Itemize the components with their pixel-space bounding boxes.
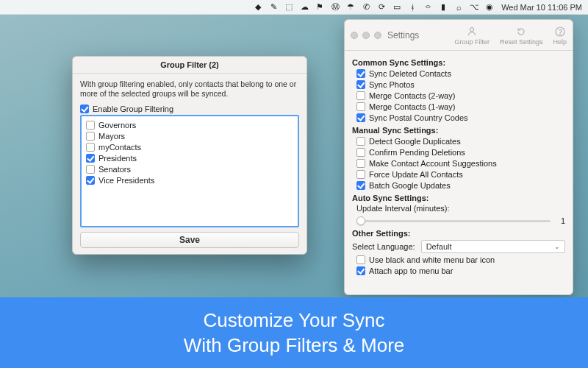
checkbox-icon[interactable] <box>356 266 365 275</box>
settings-window: Settings Group Filter Reset Settings Hel… <box>344 19 573 295</box>
checkbox-label: Presidents <box>98 153 137 163</box>
wifi-icon[interactable]: ⌔ <box>423 3 432 12</box>
checkbox-icon[interactable] <box>356 159 365 168</box>
menubar-datetime[interactable]: Wed Mar 10 11:06 PM <box>501 3 582 12</box>
setting-sync-postal-codes[interactable]: Sync Postal Country Codes <box>356 113 565 123</box>
svg-point-0 <box>470 27 474 31</box>
malware-icon[interactable]: Ⓜ <box>331 3 340 12</box>
checkbox-icon[interactable] <box>356 102 365 111</box>
group-governors[interactable]: Governors <box>86 120 293 130</box>
zoom-button[interactable] <box>374 32 381 39</box>
banner-line2: With Group Filters & More <box>184 333 405 358</box>
language-select[interactable]: Default ⌄ <box>421 240 565 253</box>
setting-sync-deleted-contacts[interactable]: Sync Deleted Contacts <box>356 68 565 79</box>
checkbox-label: Use black and white menu bar icon <box>369 255 495 265</box>
setting-force-update-all[interactable]: Force Update All Contacts <box>356 169 565 180</box>
toolbar: Group Filter Reset Settings Help <box>454 25 567 46</box>
help-icon <box>553 25 567 38</box>
setting-merge-contacts-2way[interactable]: Merge Contacts (2-way) <box>356 91 565 101</box>
group-senators[interactable]: Senators <box>86 164 293 174</box>
chevron-down-icon: ⌄ <box>554 243 560 250</box>
slider-thumb[interactable] <box>356 216 365 225</box>
checkbox-icon[interactable] <box>86 154 95 163</box>
evernote-icon[interactable]: ✎ <box>269 3 278 12</box>
checkbox-icon[interactable] <box>356 255 365 264</box>
close-button[interactable] <box>351 32 358 39</box>
display-icon[interactable]: ▭ <box>392 3 401 12</box>
adobe-icon[interactable]: ◆ <box>254 3 262 12</box>
siri-icon[interactable]: ◉ <box>485 3 494 12</box>
checkbox-icon[interactable] <box>86 132 95 141</box>
save-button-label: Save <box>179 235 200 245</box>
toolbar-label: Help <box>553 38 567 46</box>
group-mayors[interactable]: Mayors <box>86 131 293 141</box>
minimize-button[interactable] <box>362 32 370 39</box>
group-vice-presidents[interactable]: Vice Presidents <box>86 175 293 185</box>
interval-label: Update Interval (minutes): <box>356 204 565 213</box>
toolbar-group-filter[interactable]: Group Filter <box>454 25 490 46</box>
group-presidents[interactable]: Presidents <box>86 153 293 163</box>
setting-bw-menubar-icon[interactable]: Use black and white menu bar icon <box>356 255 565 265</box>
control-center-icon[interactable]: ⌥ <box>470 3 478 12</box>
sync-icon[interactable]: ⟳ <box>377 3 386 12</box>
checkbox-label: Sync Postal Country Codes <box>369 113 468 123</box>
checkbox-label: Vice Presidents <box>98 175 154 185</box>
checkbox-icon[interactable] <box>356 137 365 146</box>
interval-slider[interactable] <box>356 216 551 226</box>
checkbox-icon[interactable] <box>86 143 95 152</box>
language-select-value: Default <box>426 242 452 251</box>
menubar-icons: ◆ ✎ ⬚ ☁ ⚑ Ⓜ ☂ ✆ ⟳ ▭ ᚼ ⌔ ▮ ⌕ ⌥ ◉ <box>254 3 494 12</box>
save-button[interactable]: Save <box>80 232 299 248</box>
checkbox-label: myContacts <box>98 142 141 152</box>
group-mycontacts[interactable]: myContacts <box>86 142 293 152</box>
setting-batch-google-updates[interactable]: Batch Google Updates <box>356 180 565 191</box>
checkbox-label: Enable Group Filtering <box>93 104 173 114</box>
group-list[interactable]: Governors Mayors myContacts Presidents S… <box>80 115 299 227</box>
checkbox-label: Force Update All Contacts <box>369 169 463 180</box>
enable-group-filtering[interactable]: Enable Group Filtering <box>80 104 299 114</box>
checkbox-icon[interactable] <box>86 176 95 185</box>
checkbox-icon[interactable] <box>356 170 365 179</box>
checkbox-label: Merge Contacts (2-way) <box>369 91 455 101</box>
bluetooth-icon[interactable]: ᚼ <box>408 3 417 12</box>
group-filter-icon <box>465 25 478 38</box>
flame-icon[interactable]: ⚑ <box>315 3 324 12</box>
checkbox-icon[interactable] <box>86 165 95 174</box>
checkbox-icon[interactable] <box>80 105 89 113</box>
umbrella-icon[interactable]: ☂ <box>346 3 355 12</box>
checkbox-icon[interactable] <box>356 80 365 89</box>
promo-banner: Customize Your Sync With Group Filters &… <box>0 297 588 368</box>
setting-account-suggestions[interactable]: Make Contact Account Suggestions <box>356 158 565 169</box>
toolbar-label: Reset Settings <box>500 38 543 46</box>
section-title-auto: Auto Sync Settings: <box>352 194 565 202</box>
setting-sync-photos[interactable]: Sync Photos <box>356 79 565 90</box>
checkbox-icon[interactable] <box>356 91 365 100</box>
checkbox-label: Confirm Pending Deletions <box>369 147 465 158</box>
checkbox-label: Merge Contacts (1-way) <box>369 102 455 112</box>
checkbox-icon[interactable] <box>86 121 95 130</box>
checkbox-icon[interactable] <box>356 69 365 78</box>
section-title-other: Other Settings: <box>352 229 565 238</box>
checkbox-icon[interactable] <box>356 113 365 122</box>
interval-slider-row: 1 <box>356 216 565 226</box>
search-icon[interactable]: ⌕ <box>454 3 463 12</box>
phone-icon[interactable]: ✆ <box>362 3 370 12</box>
toolbar-help[interactable]: Help <box>553 25 567 46</box>
checkbox-label: Attach app to menu bar <box>369 266 453 276</box>
checkbox-label: Sync Photos <box>369 79 415 90</box>
dropbox-icon[interactable]: ⬚ <box>284 3 293 12</box>
window-controls <box>351 32 381 39</box>
cloud-icon[interactable]: ☁ <box>300 3 309 12</box>
setting-detect-duplicates[interactable]: Detect Google Duplicates <box>356 136 565 146</box>
checkbox-label: Batch Google Updates <box>369 180 451 191</box>
section-title-manual: Manual Sync Settings: <box>352 126 565 135</box>
dialog-footer: Save <box>73 232 306 254</box>
setting-attach-menubar[interactable]: Attach app to menu bar <box>356 266 565 276</box>
svg-point-2 <box>559 34 560 35</box>
checkbox-icon[interactable] <box>356 181 365 190</box>
checkbox-icon[interactable] <box>356 148 365 157</box>
toolbar-reset-settings[interactable]: Reset Settings <box>500 25 543 46</box>
setting-merge-contacts-1way[interactable]: Merge Contacts (1-way) <box>356 102 565 112</box>
battery-icon[interactable]: ▮ <box>439 3 448 12</box>
setting-confirm-deletions[interactable]: Confirm Pending Deletions <box>356 147 565 158</box>
